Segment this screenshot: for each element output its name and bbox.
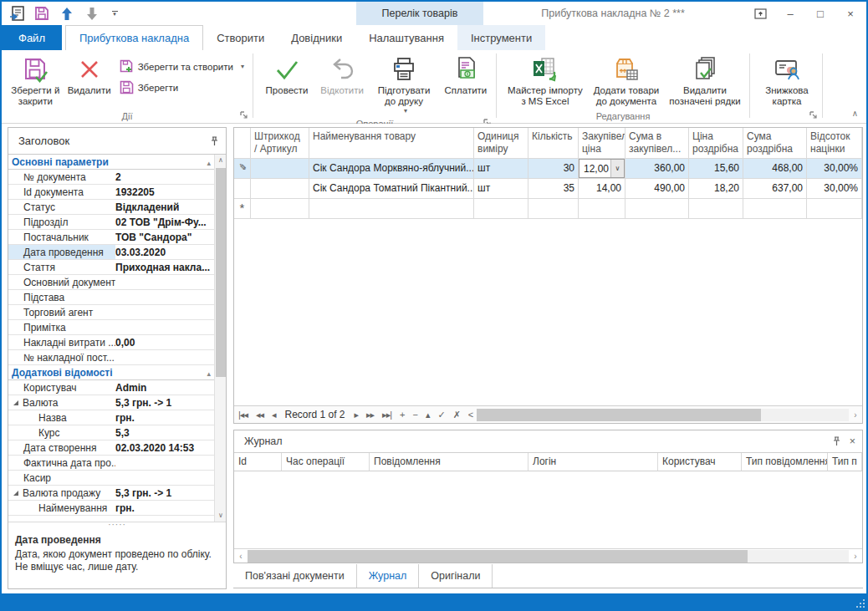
- property-row[interactable]: Торговий агент: [8, 305, 226, 320]
- save-create-button[interactable]: Зберегти та створити: [115, 58, 249, 75]
- hscrollbar-thumb[interactable]: [477, 409, 761, 421]
- minimize-icon[interactable]: –: [778, 4, 803, 23]
- grid-row-selected[interactable]: Сік Сандора Морквяно-яблучний... шт 30 1…: [234, 159, 862, 179]
- column-header[interactable]: Відсоток націнки: [807, 128, 862, 159]
- column-header[interactable]: Ціна роздрібна: [689, 128, 743, 159]
- property-row[interactable]: Назвагрн.: [8, 410, 226, 425]
- scroll-right-icon[interactable]: [849, 410, 862, 420]
- pin-icon[interactable]: [210, 136, 219, 146]
- hscrollbar-track[interactable]: [761, 409, 849, 421]
- scrollbar-thumb[interactable]: [216, 168, 226, 377]
- prev-record-icon[interactable]: [268, 410, 280, 420]
- dropdown-icon[interactable]: [610, 160, 624, 177]
- property-row[interactable]: Підстава: [8, 290, 226, 305]
- property-row[interactable]: Накладні витрати ...0,00: [8, 335, 226, 350]
- property-row[interactable]: КористувачAdmin: [8, 380, 226, 395]
- property-row[interactable]: Найменуваннягрн.: [8, 501, 226, 516]
- column-header[interactable]: Тип п: [828, 453, 862, 471]
- scroll-up-icon[interactable]: [215, 155, 226, 166]
- maximize-icon[interactable]: □: [808, 4, 833, 23]
- tab-create[interactable]: Створити: [203, 25, 278, 50]
- column-header[interactable]: Користувач: [658, 453, 742, 471]
- property-row-expandable[interactable]: Валюта продажу5,3 грн. -> 1: [8, 486, 226, 501]
- first-record-icon[interactable]: [234, 410, 252, 420]
- category-row[interactable]: Додаткові відомості: [8, 365, 226, 380]
- tab-related-documents[interactable]: Пов'язані документи: [233, 564, 357, 588]
- column-header[interactable]: Повідомлення: [370, 453, 528, 471]
- resize-grip[interactable]: [855, 598, 865, 608]
- property-row[interactable]: Основний документ: [8, 275, 226, 290]
- fullscreen-icon[interactable]: [748, 4, 773, 23]
- property-row[interactable]: Дата створення02.03.2020 14:53: [8, 440, 226, 456]
- open-document-icon[interactable]: [8, 5, 25, 22]
- property-row-selected[interactable]: Дата проведення03.03.2020: [8, 245, 226, 260]
- save-button[interactable]: Зберегти: [115, 79, 249, 96]
- column-header[interactable]: Сума в закупівел...: [625, 128, 689, 159]
- add-goods-button[interactable]: Додати товари до документа: [589, 53, 664, 109]
- column-header[interactable]: Id: [234, 453, 282, 471]
- collapse-category-icon[interactable]: [207, 367, 212, 379]
- category-row[interactable]: Основні параметри: [8, 155, 226, 170]
- close-icon[interactable]: ×: [838, 4, 863, 23]
- rollback-button[interactable]: Відкотити: [315, 53, 369, 99]
- edit-record-icon[interactable]: [421, 410, 434, 420]
- property-row[interactable]: Підрозділ02 ТОВ "Дрім-Фу...: [8, 215, 226, 230]
- hscrollbar-track[interactable]: [748, 550, 849, 563]
- column-header[interactable]: Сума роздрібна: [743, 128, 807, 159]
- grid-row[interactable]: Сік Сандора Томатний Пікантний... шт 35 …: [234, 179, 862, 199]
- property-row[interactable]: № документа2: [8, 170, 226, 185]
- property-row[interactable]: Фактична дата про...: [8, 456, 226, 471]
- close-panel-icon[interactable]: ×: [850, 435, 855, 447]
- property-row[interactable]: Курс5,3: [8, 425, 226, 440]
- dialog-launcher-icon[interactable]: [240, 111, 250, 121]
- save-close-button[interactable]: Зберегти й закрити: [7, 53, 64, 109]
- column-header[interactable]: Час операції: [282, 453, 370, 471]
- property-row[interactable]: Касир: [8, 471, 226, 486]
- tab-settings[interactable]: Налаштування: [355, 25, 457, 50]
- last-record-icon[interactable]: [378, 410, 396, 420]
- property-row[interactable]: № накладної пост...: [8, 350, 226, 365]
- tab-file[interactable]: Файл: [2, 25, 62, 50]
- post-button[interactable]: Провести: [258, 53, 315, 99]
- scroll-right-icon[interactable]: [849, 552, 862, 561]
- prev-page-icon[interactable]: [252, 410, 268, 420]
- down-arrow-icon[interactable]: [84, 5, 100, 22]
- expander-icon[interactable]: [13, 491, 18, 496]
- pin-icon[interactable]: [832, 436, 841, 446]
- pay-button[interactable]: Сплатити: [439, 53, 493, 99]
- next-record-icon[interactable]: [350, 410, 363, 420]
- splitter-handle[interactable]: [8, 522, 226, 531]
- hscrollbar-thumb[interactable]: [248, 550, 748, 563]
- property-row[interactable]: СтаттяПриходная накла...: [8, 260, 226, 275]
- delete-button[interactable]: Видалити: [64, 53, 115, 99]
- column-header[interactable]: Одиниця виміру: [474, 128, 528, 159]
- collapse-category-icon[interactable]: [207, 156, 212, 168]
- property-row-expandable[interactable]: Валюта5,3 грн. -> 1: [8, 395, 226, 410]
- discount-card-button[interactable]: Знижкова картка: [755, 53, 819, 109]
- next-page-icon[interactable]: [362, 410, 378, 420]
- cancel-edit-icon[interactable]: [449, 410, 464, 420]
- tab-document[interactable]: Прибуткова накладна: [65, 25, 203, 50]
- tab-journal[interactable]: Журнал: [357, 564, 420, 588]
- customize-toolbar-icon[interactable]: [109, 11, 120, 16]
- properties-scrollbar[interactable]: [214, 155, 226, 522]
- column-header[interactable]: Закупівельна ціна: [579, 128, 625, 159]
- delete-rows-button[interactable]: Видалити позначені рядки: [664, 53, 746, 109]
- property-row[interactable]: ПостачальникТОВ "Сандора": [8, 230, 226, 245]
- property-row[interactable]: Примітка: [8, 320, 226, 335]
- scroll-left-icon[interactable]: [234, 552, 248, 561]
- dialog-launcher-icon[interactable]: [809, 111, 819, 121]
- grid-new-row[interactable]: [234, 199, 862, 219]
- tab-references[interactable]: Довідники: [278, 25, 355, 50]
- expander-icon[interactable]: [13, 400, 18, 405]
- tab-originals[interactable]: Оригінали: [419, 564, 493, 588]
- column-header[interactable]: Кількість: [528, 128, 579, 159]
- delete-record-icon[interactable]: [408, 410, 421, 420]
- price-editor-cell[interactable]: 12,00: [579, 159, 625, 179]
- save-icon[interactable]: [33, 5, 50, 22]
- column-header[interactable]: Штрихкод / Артикул: [251, 128, 309, 159]
- collapse-ribbon-icon[interactable]: ∧: [852, 109, 858, 118]
- end-edit-icon[interactable]: [433, 410, 448, 420]
- append-record-icon[interactable]: [396, 410, 408, 420]
- up-arrow-icon[interactable]: [59, 5, 75, 22]
